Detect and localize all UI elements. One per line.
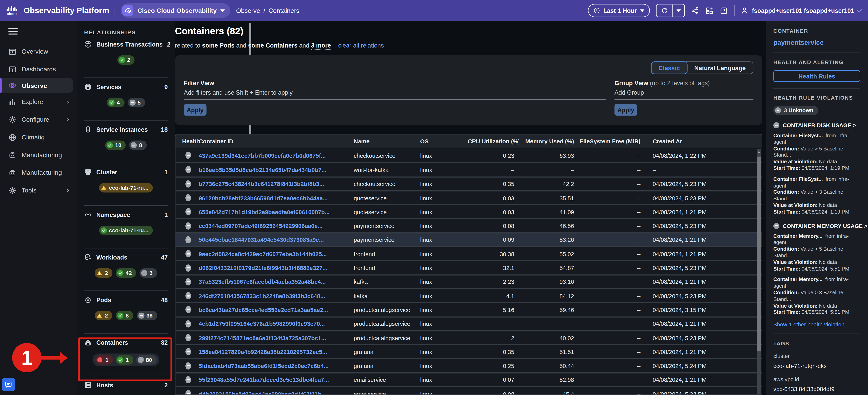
relationship-containers[interactable]: Containers821180 [84, 334, 168, 376]
column-header[interactable]: Created At [644, 138, 756, 144]
column-header[interactable]: CPU Utilization (%) [468, 138, 519, 144]
container-id-link[interactable]: b7736c275c438244b3c641278f841f3b2bf8b3..… [199, 180, 354, 187]
table-scrollbar[interactable] [757, 149, 761, 395]
column-header[interactable]: OS [420, 138, 468, 144]
relationship-cluster[interactable]: Cluster1cco-lab-71-ru... [84, 163, 168, 206]
container-id-link[interactable]: 37a5323efb51067c6faecbdb4aeba352a48bc4..… [199, 278, 354, 285]
table-row[interactable]: b16eeb5b35d5d8ca4b2134e65b47da434b9b7...… [176, 162, 762, 176]
group-apply-button[interactable]: Apply [615, 104, 637, 116]
table-row[interactable]: 96120bcb28ebf233b66598d1d7ea8ec6bb44aa..… [176, 190, 762, 204]
sidebar-item-observe[interactable]: Observe [0, 78, 73, 93]
table-row[interactable]: 9aec2d0824ca8cf429ac7d6077ebe3b144b025..… [176, 246, 762, 260]
container-id-link[interactable]: cc0344ed09707adc49f89256454929906aa0e... [199, 223, 354, 229]
time-range-select[interactable]: Last 1 Hour [588, 4, 650, 17]
sidebar-item-manufacturing[interactable]: Manufacturing [0, 164, 77, 182]
critical-badge[interactable]: 1 [95, 355, 113, 365]
healthy-badge[interactable]: 10 [105, 141, 126, 150]
table-row[interactable]: 50c445cbae18447031a494c5430d373083a9c...… [176, 232, 762, 246]
share-button[interactable] [691, 6, 699, 14]
table-row[interactable]: 158ee04127829a4b92428a38b2210295732ec5..… [176, 344, 762, 358]
table-row[interactable]: 37a5323efb51067c6faecbdb4aeba352a48bc4..… [176, 274, 762, 288]
table-row[interactable]: 246df2701843567833c1b2248a8b39f3b3c648..… [176, 288, 762, 302]
show-more-violations-link[interactable]: Show 1 other health violation [773, 322, 860, 328]
subtitle-more-link[interactable]: 3 more [311, 42, 331, 50]
column-header[interactable]: Health [182, 138, 199, 144]
unknown-badge[interactable]: 80 [136, 355, 156, 365]
relationship-namespace[interactable]: Namespace1cco-lab-71-ru... [84, 206, 168, 249]
container-id-link[interactable]: 5fdacbab4d73aab55abe6fd1f5ecd2c0ec7c6b4.… [199, 362, 354, 369]
hamburger-menu-icon[interactable] [8, 28, 18, 35]
health-rules-button[interactable]: Health Rules [773, 70, 860, 82]
healthy-badge[interactable]: 8 [116, 311, 133, 321]
column-header[interactable]: Memory Used (%) [519, 138, 577, 144]
table-row[interactable]: 4cb1d2759f095164c376a1b5982990f9e93c70..… [176, 316, 762, 330]
container-id-link[interactable]: bc6ca43ba27dc65cce4ed556e2cd71a3aa5ae2..… [199, 306, 354, 313]
relationship-workloads[interactable]: Workloads472423 [84, 249, 168, 291]
warning-badge[interactable]: cco-lab-71-ru... [99, 183, 153, 193]
refresh-button[interactable] [657, 4, 673, 17]
clear-all-relations-link[interactable]: clear all relations [338, 42, 384, 49]
container-id-link[interactable]: d062f0433210f0179d21fe8f9943b3f48886e327… [199, 264, 354, 271]
user-menu[interactable]: fsoappd+user101 fsoappd+user101 [741, 7, 862, 14]
container-id-link[interactable]: 158ee04127829a4b92428a38b2210295732ec5..… [199, 349, 354, 355]
relationship-service-instances[interactable]: Service Instances18108 [84, 121, 168, 163]
warning-badge[interactable]: 2 [95, 311, 113, 321]
table-row[interactable]: 55f23048a55d7e241ba7dcccd3e5c13dbe4fea7.… [176, 372, 762, 386]
unknown-badge[interactable]: 38 [136, 311, 157, 321]
refresh-options-button[interactable] [673, 4, 684, 17]
relationship-business-transactions[interactable]: Business Transactions22 [84, 35, 168, 78]
container-id-link[interactable]: 50c445cbae18447031a494c5430d373083a9c... [199, 236, 354, 243]
warning-badge[interactable]: 2 [95, 268, 113, 278]
column-header[interactable]: Name [354, 138, 420, 144]
unknown-badge[interactable]: 3 [140, 268, 157, 278]
column-header[interactable]: FileSystem Free (MiB) [578, 138, 644, 144]
sidebar-item-dashboards[interactable]: Dashboards [0, 60, 77, 78]
feedback-chat-button[interactable] [2, 378, 15, 391]
container-id-link[interactable]: 299f274c7145871ec8a6a3f134f3a725a307bc1.… [199, 334, 354, 341]
container-id-link[interactable]: 246df2701843567833c1b2248a8b39f3b3c648..… [199, 292, 354, 299]
container-id-link[interactable]: 96120bcb28ebf233b66598d1d7ea8ec6bb44aa..… [199, 194, 354, 201]
container-id-link[interactable]: 55f23048a55d7e241ba7dcccd3e5c13dbe4fea7.… [199, 376, 354, 383]
scrollbar-thumb[interactable] [757, 157, 761, 351]
sidebar-item-explore[interactable]: Explore [0, 93, 77, 111]
toggle-classic[interactable]: Classic [651, 61, 688, 74]
table-row[interactable]: 655e842d717b1d19bd2a9baadfa0ef60610087b.… [176, 204, 762, 218]
sidebar-item-overview[interactable]: Overview [0, 42, 77, 60]
column-header[interactable]: Container ID [199, 138, 354, 144]
sidebar-item-configure[interactable]: Configure [0, 111, 77, 128]
container-id-link[interactable]: 4cb1d2759f095164c376a1b5982990f9e93c70..… [199, 321, 354, 327]
help-button[interactable] [720, 6, 728, 14]
filter-input[interactable]: Add filters and use Shift + Enter to app… [184, 89, 606, 96]
apps-add-button[interactable] [706, 6, 714, 14]
healthy-badge[interactable]: 1 [116, 355, 133, 365]
app-switcher[interactable]: Cisco Cloud Observability [121, 3, 230, 18]
sidebar-item-climatiq[interactable]: Climatiq [0, 128, 77, 146]
table-row[interactable]: 437a9e139d341ec7bb7b009cefa0e7b0d0675f..… [176, 148, 762, 162]
relationship-pods[interactable]: Pods482838 [84, 291, 168, 334]
violation-group-header[interactable]: CONTAINER MEMORY USAGE > [773, 223, 860, 229]
table-row[interactable]: 5fdacbab4d73aab55abe6fd1f5ecd2c0ec7c6b4.… [176, 358, 762, 372]
filter-apply-button[interactable]: Apply [184, 104, 207, 116]
healthy-badge[interactable]: 2 [117, 56, 135, 65]
relationship-hosts[interactable]: Hosts2 [84, 376, 168, 395]
container-id-link[interactable]: 655e842d717b1d19bd2a9baadfa0ef60610087b.… [199, 208, 354, 215]
unknown-badge[interactable]: 5 [128, 98, 145, 107]
violation-group-header[interactable]: CONTAINER DISK USAGE > [773, 122, 860, 128]
container-id-link[interactable]: b16eeb5b35d5d8ca4b2134e65b47da434b9b7... [199, 166, 354, 173]
table-row[interactable]: d062f0433210f0179d21fe8f9943b3f48886e327… [176, 260, 762, 274]
table-row[interactable]: cc0344ed09707adc49f89256454929906aa0e...… [176, 218, 762, 232]
healthy-badge[interactable]: cco-lab-71-ru... [99, 226, 153, 235]
sidebar-item-manufacturing[interactable]: Manufacturing [0, 146, 77, 164]
container-id-link[interactable]: 9aec2d0824ca8cf429ac7d6077ebe3b144b025..… [199, 251, 354, 257]
container-id-link[interactable]: 437a9e139d341ec7bb7b009cefa0e7b0d0675f..… [199, 152, 354, 159]
healthy-badge[interactable]: 42 [116, 268, 136, 278]
entity-link[interactable]: paymentservice [773, 39, 860, 46]
table-row[interactable]: d4b2092156ba5d93ecd4ae990bcc8d1f63f11b..… [176, 386, 762, 395]
table-row[interactable]: bc6ca43ba27dc65cce4ed556e2cd71a3aa5ae2..… [176, 302, 762, 316]
relationship-services[interactable]: Services945 [84, 78, 168, 121]
table-row[interactable]: 299f274c7145871ec8a6a3f134f3a725a307bc1.… [176, 330, 762, 344]
sidebar-item-tools[interactable]: Tools [0, 182, 77, 199]
healthy-badge[interactable]: 4 [107, 98, 124, 107]
unknown-badge[interactable]: 8 [129, 141, 147, 150]
scrollbar-up-arrow[interactable] [757, 149, 761, 156]
